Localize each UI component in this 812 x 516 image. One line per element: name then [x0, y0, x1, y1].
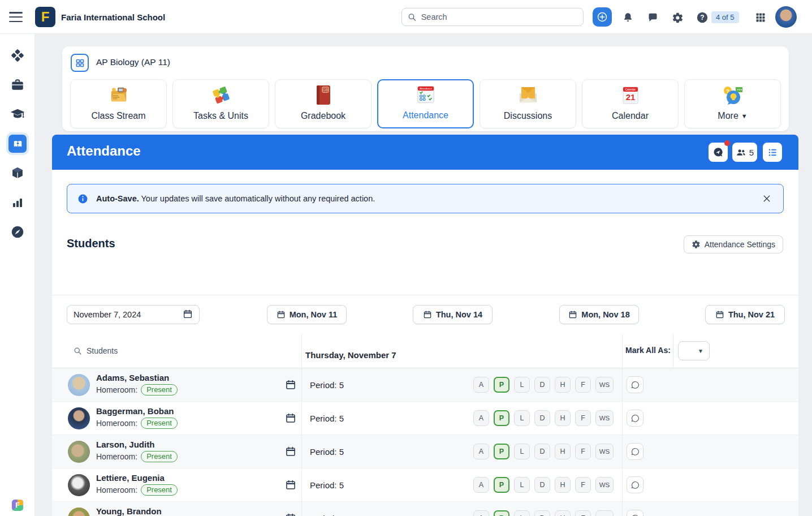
people-icon	[736, 147, 746, 158]
tab-class-stream[interactable]: Class Stream	[70, 79, 167, 128]
sidebar-item-analytics[interactable]	[6, 191, 29, 214]
sidebar-item-classes[interactable]	[6, 132, 29, 155]
attendance-code-d[interactable]: D	[534, 510, 550, 516]
messenger-button[interactable]	[709, 143, 728, 162]
calendar-icon[interactable]	[285, 412, 296, 426]
calendar-icon[interactable]	[285, 379, 296, 393]
calendar-icon[interactable]	[285, 513, 296, 516]
attendance-code-f[interactable]: F	[575, 444, 591, 459]
date-button-nov14[interactable]: Thu, Nov 14	[413, 305, 493, 324]
attendance-header-bar: Attendance 5	[52, 135, 798, 170]
attendance-panel: Auto-Save. Your updates will save automa…	[52, 170, 798, 500]
homeroom-label: Homeroom:	[96, 452, 137, 461]
date-button-nov18[interactable]: Mon, Nov 18	[559, 305, 639, 324]
attendance-code-ws[interactable]: WS	[595, 377, 614, 393]
attendance-code-a[interactable]: A	[473, 377, 489, 393]
attendance-code-l[interactable]: L	[514, 444, 530, 459]
attendance-code-h[interactable]: H	[555, 510, 571, 516]
tab-tasks-units[interactable]: Tasks & Units	[172, 79, 269, 128]
mark-all-select[interactable]: ▼	[678, 341, 710, 360]
attendance-code-ws[interactable]: WS	[595, 477, 614, 493]
apps-grid-button[interactable]	[754, 11, 767, 24]
attendance-code-l[interactable]: L	[514, 410, 530, 426]
comment-button[interactable]	[627, 510, 643, 516]
comment-button[interactable]	[627, 376, 643, 393]
attendance-code-l[interactable]: L	[514, 510, 530, 516]
hamburger-menu-icon[interactable]	[9, 11, 23, 23]
attendance-code-p[interactable]: P	[494, 377, 509, 393]
attendance-code-p[interactable]: P	[494, 477, 509, 493]
attendance-code-h[interactable]: H	[555, 477, 571, 493]
class-tabs: Class Stream Tasks & Units GB Gradebook …	[70, 79, 781, 128]
students-column-header[interactable]: Students	[87, 346, 118, 355]
attendance-code-a[interactable]: A	[473, 477, 489, 493]
attendance-code-p[interactable]: P	[494, 444, 509, 459]
attendance-code-a[interactable]: A	[473, 444, 489, 459]
homeroom-status-badge: Present	[141, 484, 178, 496]
attendance-code-a[interactable]: A	[473, 410, 489, 426]
help-progress-badge[interactable]: 4 of 5	[711, 11, 739, 23]
quick-add-button[interactable]	[593, 7, 612, 27]
attendance-code-p[interactable]: P	[494, 510, 509, 516]
search-bar[interactable]	[401, 8, 584, 26]
calendar-icon[interactable]	[285, 479, 296, 493]
grid-outline-icon	[75, 58, 85, 68]
sidebar-item-academics[interactable]	[6, 103, 29, 126]
attendance-code-h[interactable]: H	[555, 377, 571, 393]
user-avatar[interactable]	[775, 6, 797, 28]
student-name: Adams, Sebastian	[96, 373, 169, 382]
comment-button[interactable]	[627, 410, 643, 427]
calendar-icon[interactable]	[285, 446, 296, 459]
search-icon	[74, 347, 82, 355]
attendance-code-d[interactable]: D	[534, 444, 550, 459]
attendance-code-l[interactable]: L	[514, 377, 530, 393]
attendance-code-d[interactable]: D	[534, 477, 550, 493]
attendance-code-ws[interactable]: WS	[595, 510, 614, 516]
attendance-code-l[interactable]: L	[514, 477, 530, 493]
cube-icon	[10, 166, 25, 180]
attendance-code-h[interactable]: H	[555, 444, 571, 459]
period-label: Period: 5	[310, 480, 344, 490]
attendance-code-f[interactable]: F	[575, 377, 591, 393]
attendance-code-d[interactable]: D	[534, 377, 550, 393]
date-picker[interactable]: November 7, 2024	[67, 305, 200, 324]
help-button[interactable]: ?	[696, 11, 709, 24]
tab-more[interactable]: ? More▼	[684, 79, 781, 128]
tab-discussions[interactable]: Discussions	[480, 79, 576, 128]
date-button-nov11[interactable]: Mon, Nov 11	[267, 305, 347, 324]
attendance-code-a[interactable]: A	[473, 510, 489, 516]
close-banner-button[interactable]	[761, 192, 773, 205]
sidebar-item-explore[interactable]	[6, 221, 29, 243]
attendance-code-p[interactable]: P	[494, 410, 509, 426]
attendance-code-ws[interactable]: WS	[595, 444, 614, 459]
attendance-code-ws[interactable]: WS	[595, 410, 614, 426]
graduation-cap-icon	[10, 106, 25, 122]
search-input[interactable]	[421, 12, 577, 22]
tab-attendance[interactable]: Attendance Attendance	[377, 79, 474, 128]
date-button-nov21[interactable]: Thu, Nov 21	[705, 305, 785, 324]
tab-gradebook[interactable]: GB Gradebook	[275, 79, 372, 128]
roster-count-button[interactable]: 5	[732, 143, 757, 162]
messages-button[interactable]	[646, 11, 659, 24]
attendance-code-h[interactable]: H	[555, 410, 571, 426]
sidebar-item-briefcase[interactable]	[6, 74, 29, 96]
svg-text:Attendance: Attendance	[420, 87, 432, 90]
comment-bubble-icon	[630, 480, 640, 490]
avatar	[68, 441, 90, 463]
attendance-code-f[interactable]: F	[575, 410, 591, 426]
attendance-code-f[interactable]: F	[575, 477, 591, 493]
attendance-code-f[interactable]: F	[575, 510, 591, 516]
homeroom-label: Homeroom:	[96, 485, 137, 494]
sidebar-item-dashboard[interactable]	[6, 44, 29, 67]
sidebar-item-resources[interactable]	[6, 162, 29, 184]
list-view-button[interactable]	[763, 143, 782, 162]
notifications-button[interactable]	[621, 11, 634, 24]
class-grid-button[interactable]	[71, 54, 89, 72]
attendance-code-d[interactable]: D	[534, 410, 550, 426]
settings-button[interactable]	[671, 11, 684, 24]
comment-button[interactable]	[627, 476, 643, 493]
table-header: Students Thursday, November 7 Mark All A…	[52, 334, 798, 368]
tab-calendar[interactable]: Calendar21 Calendar	[582, 79, 679, 128]
attendance-settings-button[interactable]: Attendance Settings	[684, 235, 783, 253]
comment-button[interactable]	[627, 443, 643, 460]
